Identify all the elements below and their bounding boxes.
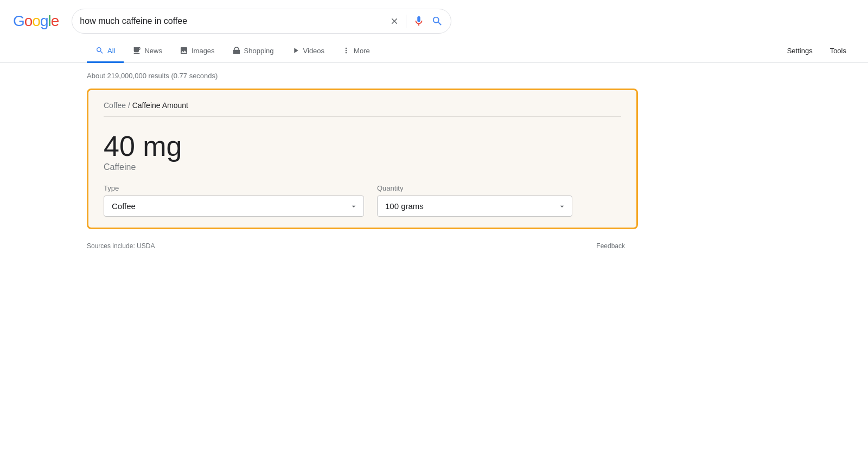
clear-button[interactable] [390,16,399,26]
tab-more-label: More [354,47,370,55]
tab-images-label: Images [192,47,215,55]
footer-row: Sources include: USDA Feedback [0,238,651,254]
quantity-select[interactable]: 100 grams 1 cup (8 fl oz) 1 oz 1 tbsp [377,195,572,217]
images-icon [180,46,188,55]
more-icon [342,46,350,55]
mic-icon [413,15,425,27]
quantity-control-group: Quantity 100 grams 1 cup (8 fl oz) 1 oz … [377,184,572,217]
nav-tabs: All News Images Shopping Videos More Set… [0,39,868,63]
logo-g2: g [40,12,48,30]
panel-main-value: 40 mg [104,132,621,160]
search-divider [406,15,406,28]
search-bar [72,9,451,34]
search-button[interactable] [431,15,443,27]
logo-e: e [51,12,59,30]
tab-all[interactable]: All [87,40,124,63]
type-label: Type [104,184,364,192]
settings-label: Settings [787,47,813,55]
header: Google [0,0,868,39]
search-input[interactable] [80,16,385,26]
search-bar-icons [390,15,443,28]
tab-settings[interactable]: Settings [778,40,821,63]
tab-videos-label: Videos [303,47,325,55]
tab-shopping[interactable]: Shopping [224,40,283,63]
voice-search-button[interactable] [413,15,425,27]
results-area: About 219,000,000 results (0.77 seconds)… [0,63,651,238]
search-icon [431,15,443,27]
tab-images[interactable]: Images [171,40,224,63]
tab-videos[interactable]: Videos [283,40,334,63]
shopping-icon [232,46,241,55]
tab-more[interactable]: More [333,40,379,63]
tab-news[interactable]: News [124,40,171,63]
type-control-group: Type Coffee Espresso Decaf Coffee Instan… [104,184,364,217]
tab-all-label: All [107,47,115,55]
tools-label: Tools [830,47,846,55]
logo-o2: o [32,12,40,30]
google-logo[interactable]: Google [13,12,59,30]
feedback-link[interactable]: Feedback [596,242,638,250]
breadcrumb-separator: / [128,101,132,110]
quantity-label: Quantity [377,184,572,192]
result-count: About 219,000,000 results (0.77 seconds) [87,72,638,80]
type-select[interactable]: Coffee Espresso Decaf Coffee Instant Cof… [104,195,364,217]
videos-icon [291,46,300,55]
panel-main-label: Caffeine [104,162,621,172]
sources-text: Sources include: USDA [87,242,155,250]
panel-breadcrumb: Coffee / Caffeine Amount [104,101,621,117]
knowledge-panel: Coffee / Caffeine Amount 40 mg Caffeine … [87,89,638,229]
search-tab-icon [95,46,104,55]
tab-news-label: News [144,47,162,55]
tab-tools[interactable]: Tools [821,40,855,63]
search-bar-wrapper [72,9,451,34]
logo-g: G [13,12,24,30]
breadcrumb-current: Caffeine Amount [132,101,188,110]
panel-controls: Type Coffee Espresso Decaf Coffee Instan… [104,184,621,217]
close-icon [390,16,399,26]
breadcrumb-link[interactable]: Coffee [104,101,126,110]
logo-o1: o [24,12,33,30]
tab-shopping-label: Shopping [244,47,274,55]
news-icon [132,46,141,55]
